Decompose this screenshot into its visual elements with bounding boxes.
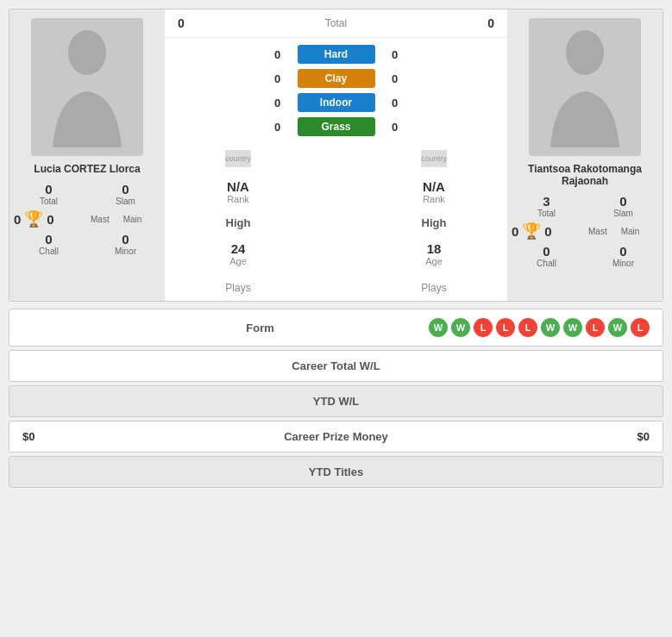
player2-slam-value: 0 [619,194,626,209]
player1-country-flag: country [225,150,251,167]
player1-mast-label-cell: Mast Main [91,209,160,228]
player1-minor-label: Minor [115,247,136,256]
player2-main-value: 0 [544,224,551,239]
player2-slam-cell: 0 Slam [588,194,658,218]
indoor-btn: Indoor [298,93,375,112]
form-badge-5: L [518,318,537,337]
player1-chall-label: Chall [39,247,59,256]
player2-age-val: 18 [427,241,442,256]
career-prize-right: $0 [637,430,650,443]
surface-row-indoor: 0 Indoor 0 [173,91,499,115]
player1-age-label: Age [229,256,247,266]
trophy-icon: 🏆 [24,209,43,228]
player1-panel: Lucia CORTEZ Llorca 0 Total 0 Slam 0 🏆 0… [9,9,165,301]
player1-mast-value: 0 [14,212,21,227]
player1-high: High [226,216,251,229]
form-badge-6: W [541,318,560,337]
form-badges: W W L L L W W L W L [429,318,650,337]
player1-mast-cell: 0 🏆 0 [14,209,84,228]
player1-main-value: 0 [47,212,53,227]
player2-stats-grid: 3 Total 0 Slam 0 🏆 0 Mast Main 0 [512,194,658,268]
grass-right-val: 0 [382,121,408,134]
surfaces-section: 0 Hard 0 0 Clay 0 0 Indoor 0 [165,38,507,143]
player1-total-cell: 0 Total [14,182,84,206]
player1-chall-cell: 0 Chall [14,232,84,256]
career-prize-row: $0 Career Prize Money $0 [9,421,663,453]
total-label: Total [325,17,347,29]
middle-panel: 0 Total 0 0 Hard 0 0 Clay 0 [165,9,507,301]
main-container: Lucia CORTEZ Llorca 0 Total 0 Slam 0 🏆 0… [0,0,672,500]
player2-country-flag: country [421,150,447,167]
player2-age-block: 18 Age [425,238,443,270]
player2-name: Tiantsoa Rakotomanga Rajaonah [512,163,658,187]
player2-mast-label-cell: Mast Main [588,222,658,240]
career-prize-label: Career Prize Money [284,430,388,443]
player2-high-block: High [422,213,447,233]
surface-row-clay: 0 Clay 0 [173,66,499,91]
clay-btn: Clay [298,69,375,88]
player2-plays-block: Plays [421,275,446,297]
player1-age-block: 24 Age [229,238,247,270]
player1-slam-value: 0 [122,182,129,197]
form-badge-4: L [496,318,515,337]
surface-row-grass: 0 Grass 0 [173,115,499,139]
form-badge-1: W [429,318,448,337]
hard-right-val: 0 [382,48,408,61]
grass-left-val: 0 [265,121,291,134]
indoor-right-val: 0 [382,97,408,109]
player1-main-label: Main [123,215,142,224]
player1-plays-block: Plays [225,275,250,297]
ytd-wl-label: YTD W/L [313,395,359,408]
player1-rank-label: Rank [227,194,249,204]
player1-minor-cell: 0 Minor [91,232,160,256]
clay-left-val: 0 [265,72,291,85]
player1-age-val: 24 [231,241,246,256]
player2-rank-label: Rank [423,194,445,204]
player1-slam-cell: 0 Slam [91,182,160,206]
player2-total-cell: 3 Total [512,194,581,218]
player2-chall-cell: 0 Chall [512,244,581,268]
form-badge-2: W [451,318,470,337]
ytd-titles-label: YTD Titles [309,465,363,478]
player2-total-label: Total [537,209,556,218]
player2-age-label: Age [425,256,443,266]
player2-mast-label: Mast [588,227,607,236]
player1-stats-grid: 0 Total 0 Slam 0 🏆 0 Mast Main 0 [14,182,160,256]
player2-high: High [422,216,447,229]
player2-main-label: Main [621,227,640,236]
player2-rank-block: country [421,147,447,171]
total-left-value: 0 [178,16,185,30]
player1-rank-value-block: N/A Rank [227,176,249,208]
svg-point-1 [566,30,604,75]
player1-slam-label: Slam [116,197,135,206]
player1-plays: Plays [225,282,250,294]
form-badge-7: W [563,318,582,337]
player2-minor-cell: 0 Minor [588,244,658,268]
player1-silhouette-icon [44,27,130,147]
player2-chall-value: 0 [543,244,550,259]
player2-rank-val: N/A [423,179,445,194]
svg-point-0 [68,30,106,75]
player2-mast-cell: 0 🏆 0 [512,222,581,240]
surface-row-hard: 0 Hard 0 [173,42,499,66]
player2-mast-value: 0 [512,224,518,239]
player2-panel: Tiantsoa Rakotomanga Rajaonah 3 Total 0 … [507,9,663,301]
player2-minor-value: 0 [619,244,626,259]
player1-rank-block: country [225,147,251,171]
form-badge-9: W [608,318,627,337]
player1-chall-value: 0 [45,232,52,247]
form-badge-8: L [586,318,605,337]
player1-minor-value: 0 [122,232,129,247]
ytd-wl-row: YTD W/L [9,385,663,417]
player2-total-value: 3 [543,194,550,209]
player2-rank-value-block: N/A Rank [423,176,445,208]
hard-left-val: 0 [265,48,291,61]
form-badge-10: L [631,318,650,337]
career-prize-left: $0 [22,430,35,443]
career-total-row: Career Total W/L [9,350,663,382]
career-total-label: Career Total W/L [292,359,380,372]
player1-high-block: High [226,213,251,233]
left-stats-col: country N/A Rank High 24 Age [182,147,294,297]
form-badge-3: L [474,318,493,337]
player1-total-value: 0 [45,182,52,197]
